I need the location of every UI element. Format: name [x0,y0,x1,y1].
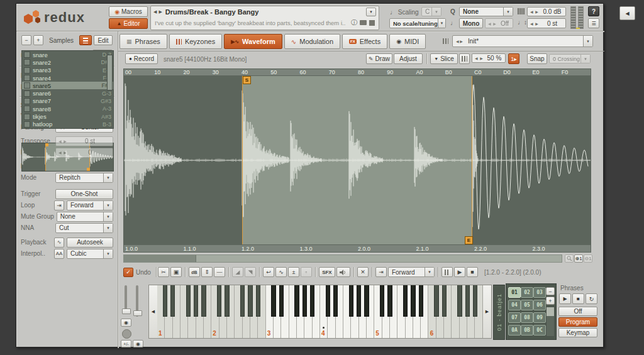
crop-button[interactable]: ▣ [170,267,182,277]
sample-row[interactable]: snare7G#3 [22,97,113,105]
black-key[interactable] [271,285,276,317]
sfx-button[interactable]: SFX [319,267,335,277]
black-key[interactable] [256,285,261,317]
undo-checkbox[interactable]: ✓ [123,268,133,277]
gain-button[interactable]: dB [189,267,200,277]
slice-button[interactable]: ▼Slice [430,53,458,64]
record-button[interactable]: ●Record [125,53,158,64]
black-key[interactable] [357,285,362,317]
black-key[interactable] [411,285,416,317]
reverse-button[interactable]: ↩ [263,267,274,277]
black-key[interactable] [349,285,354,317]
stop-button[interactable]: ■ [467,267,478,277]
phrase-mode-keymap-button[interactable]: Keymap [558,328,597,337]
end-marker[interactable]: E [465,236,473,244]
autoseek-button[interactable]: Autoseek [67,238,113,248]
black-key[interactable] [248,285,253,317]
black-key[interactable] [170,285,175,317]
tab-midi[interactable]: ◉MIDI [389,34,426,49]
preset-prev-icon[interactable]: ◀ [153,9,157,14]
phrase-cell[interactable]: 07 [508,312,521,323]
phrase-cell[interactable]: 09 [533,312,546,323]
editor-button[interactable]: ▲ Editor [109,18,148,29]
pan-toggle-button[interactable]: ◉ [133,340,143,347]
tuning-select[interactable]: No scale/tuning▼ [389,18,446,28]
velocity-slider[interactable] [125,285,127,313]
add-sample-button[interactable]: + [33,35,43,45]
invert-button[interactable]: ∿ [275,267,287,277]
phrase-cell[interactable]: 01 [508,287,521,298]
render-button[interactable] [336,267,350,277]
black-key[interactable] [225,285,230,317]
black-key[interactable] [465,285,470,317]
mute-group-select[interactable]: None▼ [57,212,113,222]
black-key[interactable] [442,285,447,317]
folder-icon[interactable] [360,20,367,25]
phrase-cell[interactable]: 02 [521,287,533,298]
phrase-scrollbar[interactable] [546,307,555,337]
dc-offset-button[interactable]: — [214,267,225,277]
selection-start-line[interactable] [242,76,243,244]
black-key[interactable] [163,285,168,317]
waveform-scrollbar[interactable] [123,254,562,263]
phrase-cell[interactable]: 0B [521,325,533,336]
info-icon[interactable]: ⓘ [351,18,357,27]
black-key[interactable] [217,285,222,317]
pan-slider[interactable] [136,285,138,317]
zoom-full-button[interactable]: ⊕1 [574,254,583,263]
phrase-cell[interactable]: 0C [533,325,546,336]
slice-sliders-button[interactable] [459,53,470,64]
quantize-select[interactable]: None▼ [459,7,513,16]
silence-button[interactable]: ✕ [357,267,369,277]
start-marker[interactable]: S [243,76,251,84]
black-key[interactable] [294,285,299,317]
snap-button[interactable]: Snap [527,53,547,64]
black-key[interactable] [403,285,408,317]
sample-row[interactable]: snare4F-3 [22,74,113,82]
sample-list-options-button[interactable] [79,35,92,45]
macros-button[interactable]: ◉ Macros [109,6,148,17]
phrase-cell[interactable]: 05 [521,300,533,310]
tab-keyzones[interactable]: Keyzones [169,34,222,49]
black-key[interactable] [434,285,439,317]
adjust-button[interactable]: Adjust [394,53,423,64]
normalize-button[interactable]: ⇕ [201,267,213,277]
loop-fwd-icon-button[interactable]: ⇥ [375,267,387,277]
phrase-cell[interactable]: 06 [533,300,546,310]
black-key[interactable] [194,285,199,317]
velocity-slider-thumb[interactable] [122,309,131,314]
hex-ruler[interactable]: 00102030405060708090A0B0C0D0E0F0 [123,68,591,76]
phase-button[interactable]: ± [288,267,299,277]
slice-play-icon[interactable] [441,267,453,277]
black-key[interactable] [326,285,331,317]
help-button[interactable]: ? [588,6,599,16]
phrase-mode-program-button[interactable]: Program [558,317,597,327]
loop-mode-select[interactable]: Forward▼ [67,200,113,210]
black-key[interactable] [473,285,478,317]
black-key[interactable] [279,285,284,317]
sample-row[interactable]: snareD-3 [22,51,113,58]
octave-down-button[interactable]: ◀ [149,285,158,338]
beatsync-mode-select[interactable]: Repitch▼ [55,173,113,183]
black-key[interactable] [333,285,338,317]
phrase-cell[interactable]: 03 [533,287,546,298]
slice-one-shot-button[interactable]: 1▸ [508,53,519,64]
velocity-toggle-button[interactable]: ◉ [121,319,131,327]
phrase-play-button[interactable]: ▶ [559,293,571,304]
sample-row[interactable]: tikjesA#3 [22,112,113,120]
slice-sensitivity-value[interactable]: ◀ ▶50 % [472,53,506,63]
phrase-cell[interactable]: 04 [508,300,521,310]
tab-waveform[interactable]: ▶∿Waveform [224,34,282,49]
sample-row[interactable]: hatloopB-3 [22,121,113,128]
waveform-display[interactable]: S E [123,76,591,244]
preview-end-handle[interactable] [87,168,90,171]
black-key[interactable] [310,285,315,317]
preset-next-icon[interactable]: ▶ [158,9,162,14]
octave-up-button[interactable]: ▶ [482,285,491,338]
cut-button[interactable]: ✂ [158,267,169,277]
autofade-icon-button[interactable]: ∿ [54,238,64,248]
phrase-scrollbar-thumb[interactable] [547,307,554,316]
octave-shift-button[interactable]: +/- [121,340,131,347]
mod-wheel-knob[interactable] [122,329,131,339]
scrollbar-thumb[interactable] [124,255,196,262]
